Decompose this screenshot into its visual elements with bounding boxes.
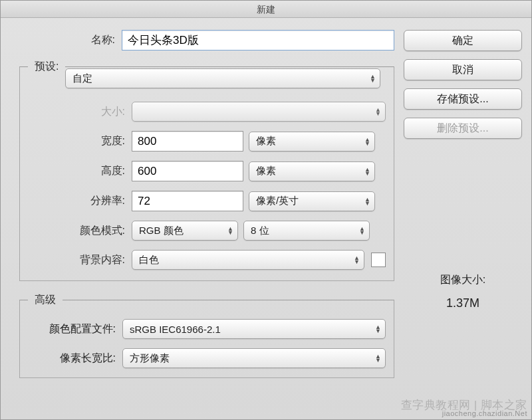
advanced-fieldset: 高级 颜色配置文件: sRGB IEC61966-2.1 像素长宽比: 方形像素 — [19, 293, 394, 378]
aspectratio-select[interactable]: 方形像素 — [122, 348, 386, 368]
size-label: 大小: — [20, 105, 132, 119]
updown-icon — [370, 74, 376, 82]
aspectratio-value: 方形像素 — [130, 352, 369, 365]
colormode-value: RGB 颜色 — [139, 225, 221, 237]
preset-legend: 预设: — [28, 60, 65, 74]
updown-icon — [227, 227, 233, 235]
name-label: 名称: — [10, 33, 122, 47]
updown-icon — [364, 167, 370, 175]
colorprofile-label: 颜色配置文件: — [20, 322, 122, 336]
bgcontent-label: 背景内容: — [20, 253, 132, 267]
updown-icon — [375, 108, 381, 116]
width-unit-select[interactable]: 像素 — [249, 132, 375, 152]
preset-select[interactable]: 自定 — [65, 68, 380, 88]
resolution-label: 分辨率: — [20, 194, 132, 208]
cancel-button[interactable]: 取消 — [404, 59, 522, 80]
updown-icon — [364, 138, 370, 146]
updown-icon — [354, 256, 360, 264]
preset-value: 自定 — [72, 72, 364, 85]
colormode-label: 颜色模式: — [20, 224, 132, 238]
preset-fieldset: 预设: 自定 大小: — [19, 60, 394, 281]
width-unit-value: 像素 — [256, 135, 358, 148]
save-preset-button[interactable]: 存储预设... — [404, 88, 522, 110]
ok-button[interactable]: 确定 — [404, 30, 522, 51]
resolution-input[interactable] — [132, 191, 243, 211]
resolution-unit-value: 像素/英寸 — [256, 195, 358, 207]
updown-icon — [375, 354, 381, 362]
bgcontent-select[interactable]: 白色 — [132, 250, 364, 270]
bgcolor-swatch[interactable] — [371, 253, 386, 267]
name-row: 名称: — [10, 30, 394, 51]
watermark: 查字典教程网 | 脚本之家 jiaocheng.chazidian.Net — [401, 401, 527, 418]
colorprofile-value: sRGB IEC61966-2.1 — [130, 324, 369, 335]
side-buttons: 确定 取消 存储预设... 删除预设... 图像大小: 1.37M — [404, 30, 522, 378]
height-unit-select[interactable]: 像素 — [249, 161, 375, 181]
new-document-dialog: 新建 名称: 预设: 自定 大小: — [0, 0, 532, 420]
height-label: 高度: — [20, 164, 132, 178]
delete-preset-button[interactable]: 删除预设... — [404, 118, 522, 139]
size-select[interactable] — [132, 102, 386, 122]
height-input[interactable] — [132, 161, 243, 181]
dialog-title: 新建 — [1, 1, 531, 18]
image-size-value: 1.37M — [404, 296, 522, 310]
bitdepth-value: 8 位 — [251, 225, 353, 237]
height-unit-value: 像素 — [256, 165, 358, 177]
bgcontent-value: 白色 — [139, 254, 348, 266]
colorprofile-select[interactable]: sRGB IEC61966-2.1 — [122, 319, 386, 339]
name-input[interactable] — [122, 30, 394, 51]
aspectratio-label: 像素长宽比: — [20, 352, 122, 366]
resolution-unit-select[interactable]: 像素/英寸 — [249, 191, 375, 211]
image-size-info: 图像大小: 1.37M — [404, 273, 522, 310]
bitdepth-select[interactable]: 8 位 — [243, 221, 370, 241]
advanced-legend: 高级 — [28, 293, 63, 307]
watermark-line1: 查字典教程网 | 脚本之家 — [401, 401, 527, 409]
updown-icon — [375, 325, 381, 333]
width-input[interactable] — [132, 131, 243, 152]
width-label: 宽度: — [20, 134, 132, 148]
image-size-label: 图像大小: — [404, 273, 522, 287]
colormode-select[interactable]: RGB 颜色 — [132, 221, 238, 241]
updown-icon — [359, 227, 365, 235]
updown-icon — [364, 197, 370, 205]
